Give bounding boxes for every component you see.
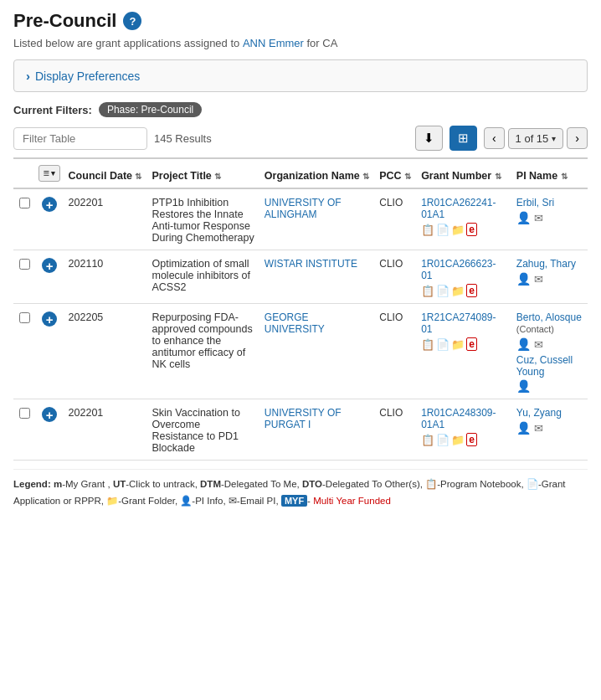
row3-grant-icons: 📋 📄 📁 e xyxy=(421,337,506,351)
row2-pi-link[interactable]: Zahug, Thary xyxy=(516,258,576,270)
actions-header-icon: ≡ xyxy=(43,167,49,179)
sort-icon-title[interactable]: ⇅ xyxy=(214,172,221,181)
row1-grant-link[interactable]: 1R01CA262241-01A1 xyxy=(421,197,496,220)
row1-add-button[interactable]: + xyxy=(42,197,57,212)
row2-add-button[interactable]: + xyxy=(42,258,57,273)
email-pi-icon[interactable]: ✉ xyxy=(534,212,543,224)
next-page-button[interactable]: › xyxy=(567,127,588,149)
sort-icon-grant[interactable]: ⇅ xyxy=(495,172,501,181)
row1-pi-name: Erbil, Sri 👤 ✉ xyxy=(511,188,588,250)
prev-page-button[interactable]: ‹ xyxy=(484,127,505,149)
notebook-icon[interactable]: 📋 xyxy=(421,434,434,446)
main-table: ≡ ▾ Council Date ⇅ Project Title ⇅ Organ… xyxy=(13,157,588,461)
help-icon[interactable]: ? xyxy=(123,12,141,30)
display-prefs-box[interactable]: › Display Preferences xyxy=(13,59,588,92)
current-filters: Current Filters: Phase: Pre-Council xyxy=(13,102,588,117)
row3-add-cell: + xyxy=(35,304,63,399)
row3-pi2-last-link[interactable]: Young xyxy=(516,366,583,378)
row3-grant-number: 1R21CA274089-01 📋 📄 📁 e xyxy=(416,304,511,399)
row4-add-button[interactable]: + xyxy=(42,407,57,422)
pdf-icon[interactable]: 📄 xyxy=(436,434,449,446)
row1-project-title: PTP1b Inhibition Restores the Innate Ant… xyxy=(146,188,259,250)
row1-pi-link[interactable]: Erbil, Sri xyxy=(516,197,554,208)
legend-folder-icon: 📁 xyxy=(106,496,118,506)
notebook-icon[interactable]: 📋 xyxy=(421,224,434,236)
folder-icon[interactable]: 📁 xyxy=(451,338,465,351)
row1-checkbox[interactable] xyxy=(19,198,30,208)
grid-view-button[interactable]: ⊞ xyxy=(449,126,477,151)
sort-icon-council[interactable]: ⇅ xyxy=(135,172,141,181)
row3-pi-contact-label: (Contact) xyxy=(516,324,554,334)
row2-pcc: CLIO xyxy=(374,250,416,304)
row4-pi-link[interactable]: Yu, Zyang xyxy=(516,407,562,419)
prev-icon: ‹ xyxy=(492,131,496,145)
download-button[interactable]: ⬇ xyxy=(415,126,443,151)
row4-org-name: UNIVERSITY OF PURGAT I xyxy=(259,399,374,461)
notebook-icon[interactable]: 📋 xyxy=(421,338,434,351)
page-selector[interactable]: 1 of 15 ▾ xyxy=(508,128,564,149)
legend-pdf-icon: 📄 xyxy=(527,479,538,489)
pi-info-icon[interactable]: 👤 xyxy=(516,337,531,351)
row4-grant-link[interactable]: 1R01CA248309-01A1 xyxy=(421,407,496,430)
grid-icon: ⊞ xyxy=(458,131,469,145)
col-header-pcc: PCC ⇅ xyxy=(374,158,416,188)
row3-org-name: GEORGE UNIVERSITY xyxy=(259,304,374,399)
row4-pcc: CLIO xyxy=(374,399,416,461)
row3-council-date: 202205 xyxy=(64,304,147,399)
filters-label: Current Filters: xyxy=(13,104,92,116)
chevron-right-icon: › xyxy=(26,69,30,83)
email-pi-icon[interactable]: ✉ xyxy=(534,422,543,435)
col-header-pi-name: PI Name ⇅ xyxy=(511,158,588,188)
row3-project-title: Repurposing FDA-approved compounds to en… xyxy=(146,304,259,399)
folder-icon[interactable]: 📁 xyxy=(451,285,465,297)
row4-check-cell xyxy=(13,399,35,461)
row2-org-name: WISTAR INSTITUTE xyxy=(259,250,374,304)
row4-grant-number: 1R01CA248309-01A1 📋 📄 📁 e xyxy=(416,399,511,461)
actions-header-chevron: ▾ xyxy=(51,169,55,178)
table-row: + 202201 Skin Vaccination to Overcome Re… xyxy=(13,399,588,461)
pi2-info-icon[interactable]: 👤 xyxy=(516,379,531,393)
email-pi-icon[interactable]: ✉ xyxy=(534,273,543,286)
row2-check-cell xyxy=(13,250,35,304)
row4-grant-icons: 📋 📄 📁 e xyxy=(421,433,506,446)
folder-icon[interactable]: 📁 xyxy=(451,434,465,446)
legend: Legend: m-My Grant , UT-Click to untrack… xyxy=(13,469,588,509)
pdf-icon[interactable]: 📄 xyxy=(436,285,449,297)
row2-grant-link[interactable]: 1R01CA266623-01 xyxy=(421,258,496,281)
row4-checkbox[interactable] xyxy=(19,408,30,419)
e-icon[interactable]: e xyxy=(466,337,477,351)
row1-check-cell xyxy=(13,188,35,250)
row3-pi-link[interactable]: Berto, Alosque xyxy=(516,311,582,323)
e-icon[interactable]: e xyxy=(466,284,477,297)
col-header-actions[interactable]: ≡ ▾ xyxy=(35,158,63,188)
display-prefs-label: Display Preferences xyxy=(35,69,140,83)
pi-info-icon[interactable]: 👤 xyxy=(516,211,531,224)
page-display: 1 of 15 xyxy=(516,132,549,145)
e-icon[interactable]: e xyxy=(466,223,477,236)
subtitle: Listed below are grant applications assi… xyxy=(13,37,588,49)
row3-pi2-link[interactable]: Cuz, Cussell xyxy=(516,354,583,366)
row3-pcc: CLIO xyxy=(374,304,416,399)
sort-icon-pcc[interactable]: ⇅ xyxy=(404,172,411,181)
sort-icon-pi[interactable]: ⇅ xyxy=(561,172,568,181)
row2-pi-name: Zahug, Thary 👤 ✉ xyxy=(511,250,588,304)
row1-grant-icons: 📋 📄 📁 e xyxy=(421,223,506,236)
e-icon[interactable]: e xyxy=(466,433,477,446)
sort-icon-org[interactable]: ⇅ xyxy=(362,172,369,181)
row4-pi-name: Yu, Zyang 👤 ✉ xyxy=(511,399,588,461)
toolbar: 145 Results ⬇ ⊞ ‹ 1 of 15 ▾ › xyxy=(13,126,588,151)
row1-council-date: 202201 xyxy=(64,188,147,250)
pdf-icon[interactable]: 📄 xyxy=(436,224,449,236)
email-pi-icon[interactable]: ✉ xyxy=(534,338,543,351)
row4-council-date: 202201 xyxy=(64,399,147,461)
row2-checkbox[interactable] xyxy=(19,259,30,270)
pdf-icon[interactable]: 📄 xyxy=(436,338,449,351)
row3-add-button[interactable]: + xyxy=(42,311,57,327)
row3-checkbox[interactable] xyxy=(19,312,30,323)
pi-info-icon[interactable]: 👤 xyxy=(516,272,531,286)
row3-grant-link[interactable]: 1R21CA274089-01 xyxy=(421,311,496,335)
filter-input[interactable] xyxy=(13,127,147,150)
folder-icon[interactable]: 📁 xyxy=(451,224,465,236)
pi-info-icon[interactable]: 👤 xyxy=(516,421,531,435)
notebook-icon[interactable]: 📋 xyxy=(421,285,434,297)
